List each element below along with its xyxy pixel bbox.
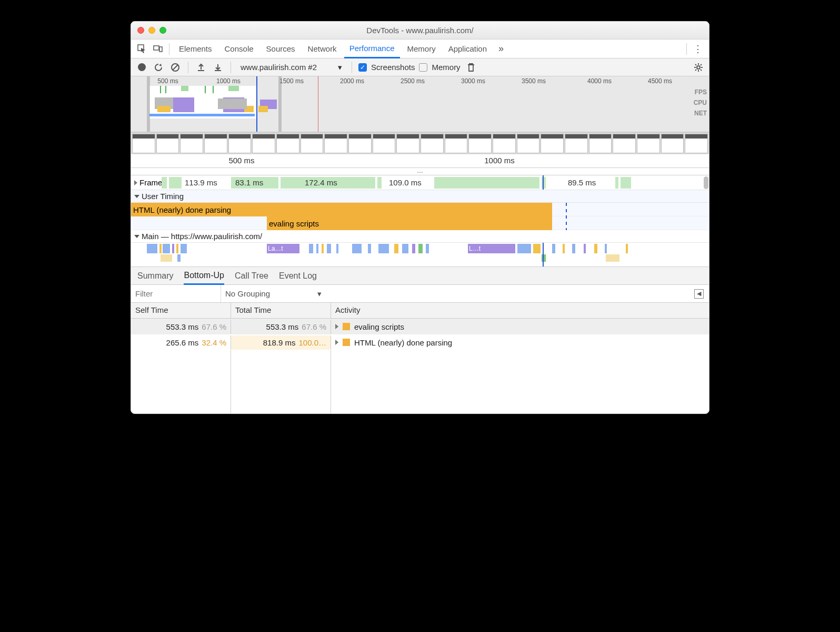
reload-record-button[interactable]	[152, 61, 165, 74]
tab-elements[interactable]: Elements	[174, 39, 217, 58]
screenshot-thumb[interactable]	[541, 134, 564, 153]
screenshots-checkbox[interactable]: ✓	[358, 63, 367, 72]
subtab-summary[interactable]: Summary	[137, 267, 173, 284]
overview-handle-left[interactable]	[147, 76, 150, 132]
devtools-tabbar: Elements Console Sources Network Perform…	[131, 39, 709, 58]
svg-line-4	[173, 65, 178, 70]
col-self-time[interactable]: Self Time	[131, 303, 231, 318]
separator	[686, 43, 687, 55]
record-button[interactable]	[135, 61, 148, 74]
main-thread-header[interactable]: Main — https://www.paulirish.com/	[131, 230, 709, 243]
screenshot-thumb[interactable]	[661, 134, 684, 153]
collapsed-track-indicator[interactable]: …	[131, 168, 709, 175]
recording-select-label: www.paulirish.com #2	[241, 63, 317, 72]
screenshot-thumb[interactable]	[396, 134, 419, 153]
subtab-call-tree[interactable]: Call Tree	[235, 267, 268, 284]
filter-input[interactable]	[131, 289, 221, 298]
separator	[352, 62, 352, 73]
self-time: 553.3 ms	[166, 322, 199, 331]
table-row[interactable]: 265.6 ms32.4 % 818.9 ms100.0… HTML (near…	[131, 334, 709, 350]
tab-console[interactable]: Console	[219, 39, 259, 58]
device-toggle-icon[interactable]	[151, 42, 165, 56]
screenshot-thumb[interactable]	[324, 134, 347, 153]
collapse-icon	[134, 235, 139, 238]
tab-network[interactable]: Network	[303, 39, 342, 58]
overview-tick: 3500 ms	[522, 77, 546, 85]
scrollbar-thumb[interactable]	[704, 176, 708, 189]
save-profile-icon[interactable]	[212, 61, 224, 74]
screenshot-thumb[interactable]	[132, 134, 155, 153]
table-empty-area	[131, 350, 709, 413]
screenshot-thumb[interactable]	[517, 134, 540, 153]
subtab-bottom-up[interactable]: Bottom-Up	[184, 268, 224, 285]
screenshot-thumb[interactable]	[276, 134, 299, 153]
screenshot-thumb[interactable]	[637, 134, 660, 153]
activity-name: evaling scripts	[354, 322, 404, 331]
screenshot-thumb[interactable]	[301, 134, 324, 153]
subtab-event-log[interactable]: Event Log	[279, 267, 317, 284]
recording-select[interactable]: www.paulirish.com #2 ▾	[237, 63, 345, 72]
overview-timeline[interactable]: 500 ms 1000 ms 1500 ms 2000 ms 2500 ms 3…	[131, 76, 709, 132]
user-timing-header[interactable]: User Timing	[131, 190, 709, 203]
screenshot-thumb[interactable]	[252, 134, 275, 153]
tab-performance[interactable]: Performance	[344, 40, 400, 58]
screenshot-thumb[interactable]	[685, 134, 708, 153]
screenshot-thumb[interactable]	[373, 134, 396, 153]
frames-track[interactable]: Frames 113.9 ms 83.1 ms 172.4 ms 109.0 m…	[131, 175, 709, 190]
window-title: DevTools - www.paulirish.com/	[131, 26, 709, 35]
garbage-collect-icon[interactable]	[465, 61, 477, 74]
expand-icon[interactable]	[335, 340, 338, 345]
kebab-menu-icon[interactable]: ⋮	[691, 42, 705, 56]
screenshot-thumb[interactable]	[468, 134, 492, 153]
load-profile-icon[interactable]	[195, 61, 207, 74]
screenshot-thumb[interactable]	[228, 134, 252, 153]
table-row[interactable]: 553.3 ms67.6 % 553.3 ms67.6 % evaling sc…	[131, 319, 709, 334]
col-total-time[interactable]: Total Time	[231, 303, 331, 318]
show-heaviest-stack-icon[interactable]: ◀	[694, 289, 704, 299]
user-timing-span[interactable]: HTML (nearly) done parsing	[131, 203, 552, 216]
screenshot-thumb[interactable]	[421, 134, 444, 153]
col-activity[interactable]: Activity	[331, 303, 709, 318]
tab-application[interactable]: Application	[443, 39, 492, 58]
frame-duration: 109.0 ms	[389, 178, 422, 187]
screenshot-thumb[interactable]	[204, 134, 227, 153]
memory-checkbox[interactable]	[419, 63, 427, 72]
more-tabs-icon[interactable]: »	[494, 42, 508, 56]
screenshot-thumb[interactable]	[589, 134, 612, 153]
screenshot-thumb[interactable]	[565, 134, 588, 153]
overview-handle-right[interactable]	[278, 76, 282, 132]
flame-slice[interactable]: L…t	[468, 244, 515, 253]
tab-memory[interactable]: Memory	[402, 39, 441, 58]
inspect-icon[interactable]	[135, 42, 149, 56]
flame-slice[interactable]: La…t	[267, 244, 299, 253]
svg-point-7	[697, 66, 700, 69]
flame-chart[interactable]: La…t L…t	[131, 243, 709, 267]
screenshot-thumb[interactable]	[493, 134, 516, 153]
overview-selected-region[interactable]	[149, 86, 257, 118]
clear-button[interactable]	[169, 61, 182, 74]
ruler-tick: 500 ms	[228, 156, 254, 165]
capture-settings-icon[interactable]	[692, 61, 705, 74]
detail-ruler[interactable]: 500 ms 1000 ms	[131, 154, 709, 168]
expand-icon[interactable]	[335, 324, 338, 329]
frames-label[interactable]: Frames	[131, 178, 166, 187]
self-time: 265.6 ms	[166, 338, 199, 347]
overview-tick: 4500 ms	[648, 77, 672, 85]
screenshot-thumb[interactable]	[348, 134, 372, 153]
screenshot-thumb[interactable]	[156, 134, 179, 153]
tab-sources[interactable]: Sources	[261, 39, 301, 58]
screenshot-filmstrip[interactable]	[131, 132, 709, 154]
user-timing-span[interactable]: evaling scripts	[267, 216, 552, 230]
screenshots-label: Screenshots	[371, 63, 415, 72]
screenshot-thumb[interactable]	[613, 134, 636, 153]
grouping-select[interactable]: No Grouping ▾	[221, 285, 326, 302]
overview-lane-labels: FPS CPU NET	[694, 87, 707, 118]
screenshot-thumb[interactable]	[445, 134, 468, 153]
frame-duration: 113.9 ms	[185, 178, 217, 187]
activity-name: HTML (nearly) done parsing	[354, 338, 452, 347]
screenshot-thumb[interactable]	[180, 134, 203, 153]
time-marker	[543, 243, 544, 266]
total-time: 553.3 ms	[266, 322, 299, 331]
category-swatch-icon	[343, 339, 350, 346]
overview-tick: 1000 ms	[216, 77, 241, 85]
